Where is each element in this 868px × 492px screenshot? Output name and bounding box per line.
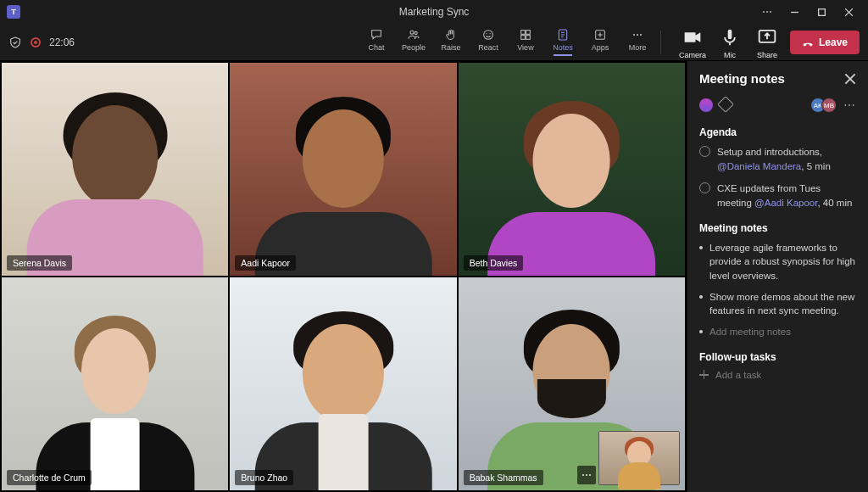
window-more-icon[interactable]: ⋯ <box>754 2 780 22</box>
note-item[interactable]: Show more demos about the new features i… <box>699 290 856 318</box>
toolbar-raise-button[interactable]: Raise <box>433 25 469 59</box>
svg-point-22 <box>640 34 642 36</box>
toolbar-people-button[interactable]: People <box>396 25 431 59</box>
svg-point-6 <box>484 31 493 40</box>
participant-tile[interactable]: Bruno Zhao <box>230 277 456 490</box>
svg-rect-23 <box>728 29 732 39</box>
camera-icon <box>681 25 704 49</box>
meeting-timer: 22:06 <box>49 36 75 48</box>
minimize-button[interactable] <box>782 2 807 22</box>
view-icon <box>519 28 532 42</box>
leave-label: Leave <box>819 36 848 48</box>
mic-icon <box>718 25 742 49</box>
attendee-avatars[interactable]: AK MB <box>810 98 837 113</box>
mention[interactable]: @Aadi Kapoor <box>754 198 817 208</box>
raise-icon <box>444 28 458 42</box>
note-item[interactable]: Leverage agile frameworks to provide a r… <box>699 241 856 283</box>
maximize-button[interactable] <box>809 2 834 22</box>
svg-point-21 <box>637 34 638 36</box>
add-task-button[interactable]: Add a task <box>699 370 856 380</box>
svg-rect-9 <box>521 31 526 35</box>
toolbar-chat-button[interactable]: Chat <box>359 25 394 59</box>
react-icon <box>481 28 495 42</box>
toolbar-apps-button[interactable]: Apps <box>582 25 618 59</box>
camera-button[interactable]: Camera <box>675 25 710 59</box>
participant-name: Bruno Zhao <box>235 470 293 485</box>
toolbar-view-button[interactable]: View <box>508 25 543 59</box>
svg-rect-12 <box>526 36 531 40</box>
svg-point-8 <box>489 33 490 34</box>
app-icon: T <box>7 5 20 19</box>
participant-tile[interactable]: Serena Davis <box>2 63 228 276</box>
svg-rect-1 <box>818 8 825 15</box>
svg-rect-10 <box>526 31 531 35</box>
title-bar: T Marketing Sync ⋯ <box>0 0 868 24</box>
radio-icon[interactable] <box>699 182 710 193</box>
participant-tile[interactable]: Babak Shammas ⋯ <box>459 277 685 490</box>
close-button[interactable] <box>836 2 861 22</box>
participant-name: Beth Davies <box>464 255 524 271</box>
participant-name: Babak Shammas <box>464 470 543 485</box>
agenda-item[interactable]: CXE updates from Tues meeting @Aadi Kapo… <box>699 182 856 210</box>
participant-name: Aadi Kapoor <box>235 255 296 271</box>
avatar: MB <box>821 98 837 113</box>
recording-indicator-icon <box>31 37 41 48</box>
meeting-toolbar: 22:06 ChatPeopleRaiseReactViewNotesAppsM… <box>0 24 868 61</box>
participant-name: Charlotte de Crum <box>7 470 92 485</box>
add-note-placeholder[interactable]: Add meeting notes <box>699 325 856 339</box>
toolbar-notes-button[interactable]: Notes <box>545 25 581 59</box>
notes-heading: Meeting notes <box>699 222 856 234</box>
window-title: Marketing Sync <box>0 6 868 18</box>
panel-more-button[interactable]: ⋯ <box>837 98 856 112</box>
mention[interactable]: @Daniela Mandera <box>717 161 801 171</box>
svg-rect-11 <box>521 36 526 40</box>
privacy-shield-icon[interactable] <box>8 36 22 49</box>
people-icon <box>407 28 420 42</box>
mic-button[interactable]: Mic <box>712 25 748 59</box>
toolbar-divider <box>660 31 661 54</box>
participant-name: Serena Davis <box>7 255 72 271</box>
tasks-heading: Follow-up tasks <box>699 351 856 363</box>
close-panel-button[interactable] <box>844 73 856 85</box>
svg-point-7 <box>486 33 487 34</box>
chat-icon <box>370 28 383 42</box>
hangup-icon <box>802 36 814 48</box>
more-icon <box>631 28 644 42</box>
plus-icon <box>699 370 709 379</box>
meeting-notes-panel: Meeting notes AK MB ⋯ Agenda Setup and i… <box>687 61 868 492</box>
panel-title: Meeting notes <box>699 71 785 86</box>
participant-tile[interactable]: Charlotte de Crum <box>2 277 228 490</box>
loop-icon[interactable] <box>699 98 713 112</box>
participant-tile[interactable]: Beth Davies <box>459 63 685 276</box>
notes-icon <box>556 28 570 42</box>
agenda-heading: Agenda <box>699 126 856 138</box>
svg-point-4 <box>410 31 414 34</box>
share-button[interactable]: Share <box>749 25 785 59</box>
video-grid: Serena Davis Aadi Kapoor Beth Davies Cha… <box>0 61 687 492</box>
agenda-item[interactable]: Setup and introductions, @Daniela Mander… <box>699 145 856 173</box>
svg-point-20 <box>633 34 635 36</box>
toolbar-react-button[interactable]: React <box>470 25 506 59</box>
radio-icon[interactable] <box>699 146 710 157</box>
tag-icon[interactable] <box>717 96 734 113</box>
svg-point-5 <box>415 31 417 34</box>
leave-button[interactable]: Leave <box>790 31 860 54</box>
apps-icon <box>593 28 607 42</box>
self-view-pip[interactable]: ⋯ <box>598 431 680 485</box>
pip-more-button[interactable]: ⋯ <box>577 466 596 484</box>
share-icon <box>755 25 779 49</box>
participant-tile[interactable]: Aadi Kapoor <box>230 63 456 276</box>
toolbar-more-button[interactable]: More <box>620 25 655 59</box>
